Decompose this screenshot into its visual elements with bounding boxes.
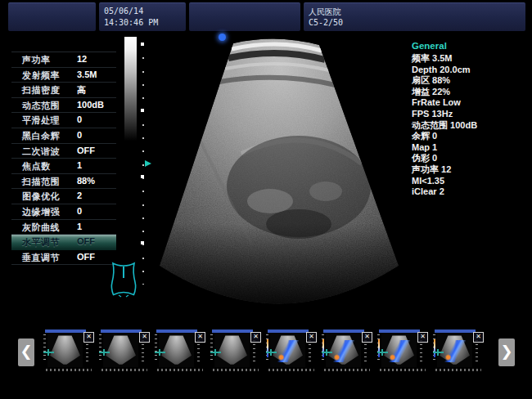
topbar-segment-empty bbox=[189, 2, 300, 31]
thumbnail[interactable]: ✕ bbox=[43, 330, 94, 372]
info-frequency: 频率 3.5M bbox=[412, 53, 526, 65]
thumb-marker bbox=[43, 352, 54, 353]
close-icon[interactable]: ✕ bbox=[250, 332, 261, 343]
info-fps: FPS 13Hz bbox=[412, 109, 526, 120]
info-gain: 增益 22% bbox=[412, 87, 526, 98]
close-icon[interactable]: ✕ bbox=[195, 332, 205, 343]
ultrasound-screen: 05/06/14 14:30:46 PM 人民医院 C5-2/50 声功率12 … bbox=[0, 0, 532, 399]
param-row-gray-curve[interactable]: 灰阶曲线1 bbox=[11, 220, 116, 235]
abdomen-body-marker-icon[interactable] bbox=[109, 261, 138, 298]
info-depth: Depth 20.0cm bbox=[412, 65, 526, 76]
info-sector: 扇区 88% bbox=[412, 75, 526, 87]
close-icon[interactable]: ✕ bbox=[362, 332, 372, 343]
close-icon[interactable]: ✕ bbox=[139, 332, 150, 343]
param-row-dynamic-range[interactable]: 动态范围100dB bbox=[11, 98, 116, 114]
param-row-vertical-adjust[interactable]: 垂直调节OFF bbox=[11, 250, 116, 266]
param-row-horizontal-adjust-selected[interactable]: 水平调节OFF bbox=[11, 235, 116, 250]
parameter-sidebar: 声功率12 发射频率3.5M 扫描密度高 动态范围100dB 平滑处理0 黑白余… bbox=[11, 52, 116, 265]
probe-model: C5-2/50 bbox=[309, 18, 343, 27]
color-scale bbox=[267, 339, 268, 357]
param-row-focus-number[interactable]: 焦点数1 bbox=[11, 159, 116, 174]
param-row-image-optimize[interactable]: 图像优化2 bbox=[11, 189, 116, 204]
topbar-segment-hospital: 人民医院 C5-2/50 bbox=[304, 2, 525, 31]
param-row-bw-persistence[interactable]: 黑白余辉0 bbox=[11, 128, 116, 144]
info-persistence: 余辉 0 bbox=[412, 131, 526, 142]
panel-title: General bbox=[412, 41, 526, 51]
info-mi: MI<1.35 bbox=[412, 176, 526, 187]
ultrasound-image[interactable] bbox=[147, 31, 409, 309]
thumbnail-color-doppler[interactable]: ✕ bbox=[266, 330, 317, 372]
info-pseudocolor: 伪彩 0 bbox=[412, 153, 526, 164]
thumb-caption bbox=[46, 369, 92, 371]
thumbnail-scroll-right-icon[interactable]: ❯ bbox=[498, 338, 515, 366]
time-text: 14:30:46 PM bbox=[104, 18, 158, 27]
depth-ruler-major-ticks bbox=[141, 43, 144, 247]
param-row-edge-enhance[interactable]: 边缘增强0 bbox=[11, 204, 116, 220]
thumbnail[interactable]: ✕ bbox=[155, 330, 205, 372]
param-row-harmonic[interactable]: 二次谐波OFF bbox=[11, 144, 116, 159]
grayscale-bar bbox=[124, 37, 137, 141]
close-icon[interactable]: ✕ bbox=[306, 332, 317, 343]
param-row-scan-range[interactable]: 扫描范围88% bbox=[11, 174, 116, 190]
thumbnail-color-doppler[interactable]: ✕ bbox=[433, 330, 484, 372]
date-text: 05/06/14 bbox=[104, 7, 143, 16]
close-icon[interactable]: ✕ bbox=[417, 332, 428, 343]
param-row-acoustic-power[interactable]: 声功率12 bbox=[11, 52, 116, 68]
hospital-name: 人民医院 bbox=[309, 7, 341, 18]
thumbnail-scroll-left-icon[interactable]: ❮ bbox=[18, 338, 34, 366]
thumbnail[interactable]: ✕ bbox=[210, 330, 261, 372]
thumb-image bbox=[47, 333, 83, 367]
info-iclear: iClear 2 bbox=[412, 186, 526, 198]
close-icon[interactable]: ✕ bbox=[83, 332, 94, 343]
doppler-overlay bbox=[277, 340, 299, 362]
info-dynamic-range: 动态范围 100dB bbox=[412, 120, 526, 132]
param-row-tx-frequency[interactable]: 发射频率3.5M bbox=[11, 68, 116, 83]
thumbnail-color-doppler[interactable]: ✕ bbox=[377, 330, 428, 372]
topbar-segment-patient bbox=[8, 2, 96, 31]
thumbnail[interactable]: ✕ bbox=[99, 330, 150, 372]
param-row-smoothing[interactable]: 平滑处理0 bbox=[11, 113, 116, 128]
info-map: Map 1 bbox=[412, 142, 526, 154]
info-acoustic-power: 声功率 12 bbox=[412, 164, 526, 176]
topbar-segment-datetime: 05/06/14 14:30:46 PM bbox=[99, 2, 186, 31]
thumbnail-color-doppler[interactable]: ✕ bbox=[322, 330, 372, 372]
general-info-panel: General 频率 3.5M Depth 20.0cm 扇区 88% 增益 2… bbox=[412, 41, 526, 198]
info-framerate: FrRate Low bbox=[412, 97, 526, 109]
param-row-scan-density[interactable]: 扫描密度高 bbox=[11, 83, 116, 98]
close-icon[interactable]: ✕ bbox=[473, 332, 484, 343]
